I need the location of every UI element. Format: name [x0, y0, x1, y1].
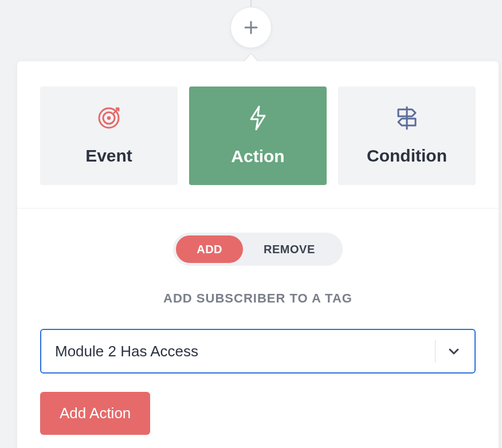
lightning-icon: [248, 105, 268, 131]
add-step-button[interactable]: [230, 7, 272, 48]
add-remove-toggle: Add Remove: [173, 233, 343, 266]
tag-select-value: Module 2 Has Access: [55, 343, 423, 360]
chevron-down-icon: [447, 344, 461, 358]
tag-select-wrapper: Module 2 Has Access: [40, 329, 476, 374]
plus-icon: [244, 20, 258, 35]
add-action-button[interactable]: Add Action: [40, 392, 150, 435]
panel-pointer: [244, 54, 258, 62]
step-type-event[interactable]: Event: [40, 87, 178, 185]
signpost-icon: [394, 106, 420, 130]
step-type-selector: Event Action Condition: [17, 61, 499, 209]
select-divider: [435, 340, 436, 363]
tag-select[interactable]: Module 2 Has Access: [40, 329, 476, 374]
step-config-panel: Event Action Condition Add: [17, 61, 499, 448]
step-type-action-label: Action: [231, 147, 284, 166]
step-type-action[interactable]: Action: [189, 87, 327, 185]
action-section-title: Add subscriber to a tag: [163, 291, 352, 306]
step-type-condition[interactable]: Condition: [338, 87, 476, 185]
step-type-condition-label: Condition: [367, 146, 447, 166]
step-type-event-label: Event: [85, 146, 132, 166]
target-icon: [97, 106, 121, 130]
toggle-remove-button[interactable]: Remove: [243, 235, 336, 263]
toggle-add-button[interactable]: Add: [176, 235, 243, 263]
svg-point-2: [107, 116, 111, 120]
action-config-section: Add Remove Add subscriber to a tag Modul…: [17, 209, 499, 448]
